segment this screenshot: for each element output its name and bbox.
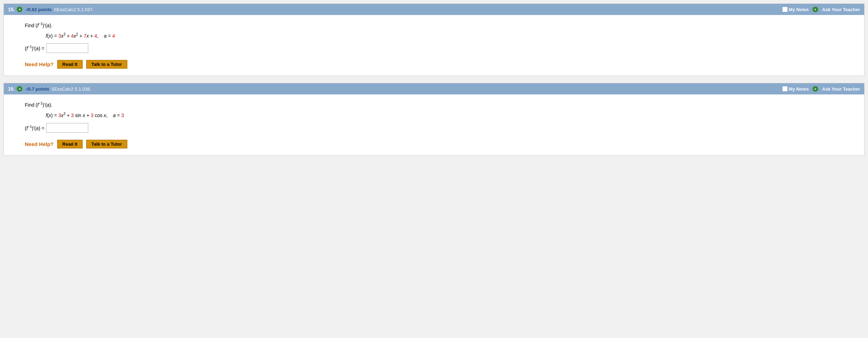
talk-tutor-button-16[interactable]: Talk to a Tutor: [86, 140, 127, 148]
ask-plus-icon-16: +: [813, 86, 818, 92]
answer-input-16[interactable]: [46, 123, 88, 133]
question-16: 16. + -/0.7 points SEssCalc2 5.1.038. My…: [3, 83, 865, 155]
header-left-16: 16. + -/0.7 points SEssCalc2 5.1.038.: [8, 86, 91, 92]
my-notes-button-16[interactable]: My Notes: [783, 86, 809, 92]
header-left-15: 15. + -/0.62 points SEssCalc2 5.1.037.: [8, 7, 94, 12]
ask-teacher-button-15[interactable]: Ask Your Teacher: [822, 7, 860, 12]
ask-plus-icon-15: +: [813, 7, 818, 12]
header-right-15: My Notes + Ask Your Teacher: [783, 7, 860, 12]
find-instruction-16: Find (f−1)′(a).: [25, 101, 854, 108]
question-number-16: 16.: [8, 86, 15, 92]
read-it-button-16[interactable]: Read It: [57, 140, 83, 148]
need-help-section-15: Need Help? Read It Talk to a Tutor: [25, 60, 854, 69]
question-16-header: 16. + -/0.7 points SEssCalc2 5.1.038. My…: [4, 83, 864, 94]
read-it-button-15[interactable]: Read It: [57, 60, 83, 69]
function-line-15: f(x) = 3x3 + 4x2 + 7x + 4, a = 4: [46, 32, 854, 39]
question-number-15: 15.: [8, 7, 15, 12]
answer-line-15: (f−1)′(a) =: [25, 43, 854, 53]
answer-input-15[interactable]: [46, 43, 88, 53]
notes-icon-15: [783, 7, 787, 12]
question-15-header: 15. + -/0.62 points SEssCalc2 5.1.037. M…: [4, 4, 864, 15]
need-help-label-15: Need Help?: [25, 61, 54, 67]
question-15-body: Find (f−1)′(a). f(x) = 3x3 + 4x2 + 7x + …: [4, 15, 864, 76]
find-instruction-15: Find (f−1)′(a).: [25, 22, 854, 28]
question-15: 15. + -/0.62 points SEssCalc2 5.1.037. M…: [3, 3, 865, 76]
plus-icon-16[interactable]: +: [17, 86, 22, 92]
ask-teacher-button-16[interactable]: Ask Your Teacher: [822, 86, 860, 92]
source-15: SEssCalc2 5.1.037.: [54, 7, 93, 12]
function-line-16: f(x) = 3x3 + 3 sin x + 3 cos x, a = 3: [46, 112, 854, 118]
talk-tutor-button-15[interactable]: Talk to a Tutor: [86, 60, 127, 69]
question-16-body: Find (f−1)′(a). f(x) = 3x3 + 3 sin x + 3…: [4, 94, 864, 155]
answer-label-16: (f−1)′(a) =: [25, 125, 44, 131]
my-notes-button-15[interactable]: My Notes: [783, 7, 809, 12]
points-15: -/0.62 points: [25, 7, 52, 12]
header-right-16: My Notes + Ask Your Teacher: [783, 86, 860, 92]
need-help-section-16: Need Help? Read It Talk to a Tutor: [25, 140, 854, 148]
source-16: SEssCalc2 5.1.038.: [51, 86, 91, 92]
plus-icon-15[interactable]: +: [17, 7, 22, 12]
points-16: -/0.7 points: [25, 86, 49, 92]
notes-icon-16: [783, 86, 787, 91]
answer-line-16: (f−1)′(a) =: [25, 123, 854, 133]
need-help-label-16: Need Help?: [25, 141, 54, 147]
answer-label-15: (f−1)′(a) =: [25, 45, 44, 51]
